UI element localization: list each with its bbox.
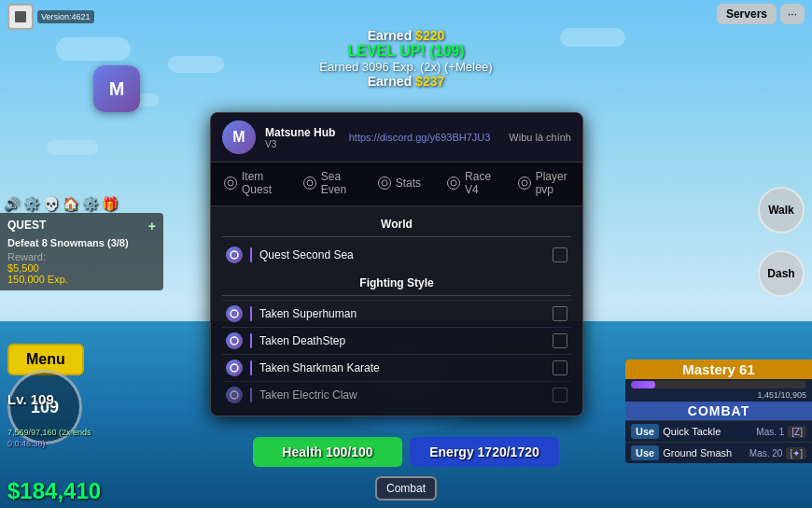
home-icon: 🏠 <box>63 196 78 211</box>
nav-item-stats[interactable]: Stats <box>365 162 434 205</box>
world-divider <box>222 236 571 237</box>
earned-prefix: Earned <box>368 28 415 43</box>
top-right-buttons: Servers ··· <box>717 4 805 24</box>
dash-button[interactable]: Dash <box>758 250 805 297</box>
quest-title: Defeat 8 Snowmans (3/8) <box>7 237 156 248</box>
svg-point-6 <box>231 391 238 399</box>
fighting-icon-2 <box>226 360 243 376</box>
earned-overlay: Earned $220 LEVEL UP! (109) Earned 3096 … <box>319 28 492 89</box>
health-bar: Health 100/100 <box>253 437 402 467</box>
quest-add-button[interactable]: + <box>148 219 156 233</box>
nav-label-sea: Sea Even <box>321 170 352 196</box>
fighting-checkbox-0[interactable] <box>553 306 567 321</box>
modal-logo-letter: M <box>232 129 245 146</box>
skull-icon: 💀 <box>43 196 59 211</box>
modal-header: M Matsune Hub V3 https://discord.gg/y693… <box>211 113 582 162</box>
fighting-checkbox-1[interactable] <box>553 333 567 348</box>
quest-second-sea-checkbox[interactable] <box>553 247 567 262</box>
quest-second-sea-row: Quest Second Sea <box>222 241 571 269</box>
fighting-item-1: Taken DeathStep <box>222 327 571 354</box>
skill-key-2: [✦] <box>786 447 806 459</box>
use-button-2[interactable]: Use <box>631 445 659 460</box>
svg-point-3 <box>231 310 238 318</box>
sound-icons-bar: 🔊 ⚙️ 💀 🏠 ⚙️ 🎁 <box>4 196 118 211</box>
nav-icon-race <box>447 176 460 190</box>
skill-name-2: Ground Smash <box>663 447 746 459</box>
fighting-label-1: Taken DeathStep <box>259 334 545 347</box>
earned-exp-line: Earned 3096 Exp. (2x) (+Melee) <box>319 60 492 74</box>
nav-item-pvp[interactable]: Player pvp <box>505 162 582 205</box>
fighting-icon-0 <box>226 305 243 322</box>
level-text: Lv. 109 <box>7 391 54 407</box>
mastery-bar-row <box>625 379 812 390</box>
fighting-item-2: Taken Sharkman Karate <box>222 354 571 381</box>
quest-second-sea-label: Quest Second Sea <box>259 248 545 261</box>
modal-brand-block: Matsune Hub V3 <box>265 126 335 149</box>
svg-point-4 <box>231 337 238 345</box>
bottom-bars: Health 100/100 Energy 1720/1720 <box>253 437 559 467</box>
servers-button[interactable]: Servers <box>717 4 777 24</box>
exp-bar-text: 7,569/97,160 (2x ends <box>7 428 152 437</box>
money-display: $184,410 <box>7 478 101 504</box>
nav-icon-sea <box>303 176 316 190</box>
mastery-panel: Mastery 61 1,451/10,905 COMBAT Use Quick… <box>625 360 812 463</box>
settings-icon: ⚙️ <box>23 196 39 211</box>
modal-wibu-text: Wibu là chính <box>509 132 571 143</box>
nav-item-quest[interactable]: Item Quest <box>211 162 290 205</box>
quest-reward-exp: 150,000 Exp. <box>7 274 156 285</box>
skill-name-1: Quick Tackle <box>663 426 752 437</box>
quest-item-icon <box>226 247 243 263</box>
walk-button[interactable]: Walk <box>758 187 805 233</box>
fighting-checkbox-3[interactable] <box>553 388 567 402</box>
modal-brand-name: Matsune Hub <box>265 126 335 139</box>
nav-icon-quest <box>224 176 237 190</box>
nav-label-quest: Item Quest <box>242 170 277 196</box>
fighting-section-title: Fighting Style <box>222 276 571 289</box>
nav-icon-pvp <box>518 176 531 190</box>
modal-brand-version: V3 <box>265 139 335 149</box>
mastery-exp-text: 1,451/10,905 <box>625 390 812 402</box>
nav-item-sea[interactable]: Sea Even <box>290 162 365 205</box>
skill-mas-1: Mas. 1 <box>756 427 784 437</box>
modal-discord-link[interactable]: https://discord.gg/y693BH7JU3 <box>349 132 491 143</box>
roblox-icon <box>7 4 34 30</box>
quest-header-label: QUEST <box>7 219 46 233</box>
combat-label: COMBAT <box>625 402 812 420</box>
earned-prefix2: Earned <box>368 74 415 89</box>
mastery-bar-fill <box>631 381 655 388</box>
svg-point-5 <box>231 364 238 372</box>
fighting-checkbox-2[interactable] <box>553 360 567 375</box>
nav-icon-stats <box>378 176 391 190</box>
more-button[interactable]: ··· <box>780 4 805 24</box>
nav-label-pvp: Player pvp <box>536 170 569 196</box>
world-section-title: World <box>222 218 571 231</box>
modal-body: World Quest Second Sea Fighting Style Ta… <box>211 206 582 416</box>
skill-row-2: Use Ground Smash Mas. 20 [✦] <box>625 442 812 463</box>
sound-icon: 🔊 <box>4 196 20 211</box>
quest-reward-label: Reward: <box>7 251 156 262</box>
fighting-item-0: Taken Superhuman <box>222 300 571 327</box>
fighting-divider-1 <box>250 333 252 348</box>
exp-bar-area: 7,569/97,160 (2x ends 0:0:46:38) <box>7 428 152 448</box>
gear-icon: ⚙️ <box>82 196 98 211</box>
skill-row-1: Use Quick Tackle Mas. 1 [Z] <box>625 420 812 442</box>
timer-text: 0:0:46:38) <box>7 439 152 448</box>
quest-reward-money: $5,500 <box>7 262 156 274</box>
fighting-label-0: Taken Superhuman <box>259 307 545 320</box>
skill-mas-2: Mas. 20 <box>749 448 783 459</box>
nav-item-race[interactable]: Race V4 <box>434 162 505 205</box>
modal-overlay: M Matsune Hub V3 https://discord.gg/y693… <box>210 112 583 416</box>
fighting-divider-2 <box>250 360 252 375</box>
fighting-divider <box>222 295 571 296</box>
combat-button[interactable]: Combat <box>375 476 437 501</box>
use-button-1[interactable]: Use <box>631 424 659 439</box>
earned-amount2: $237 <box>415 74 444 89</box>
modal-logo: M <box>222 120 256 154</box>
fighting-divider-3 <box>250 388 252 402</box>
earned-amount: $220 <box>415 28 444 43</box>
quest-header: QUEST + <box>7 219 156 233</box>
svg-point-2 <box>231 251 238 259</box>
earned-money-line2: Earned $237 <box>319 74 492 89</box>
quest-panel: QUEST + Defeat 8 Snowmans (3/8) Reward: … <box>0 213 163 290</box>
mastery-title: Mastery 61 <box>625 360 812 379</box>
